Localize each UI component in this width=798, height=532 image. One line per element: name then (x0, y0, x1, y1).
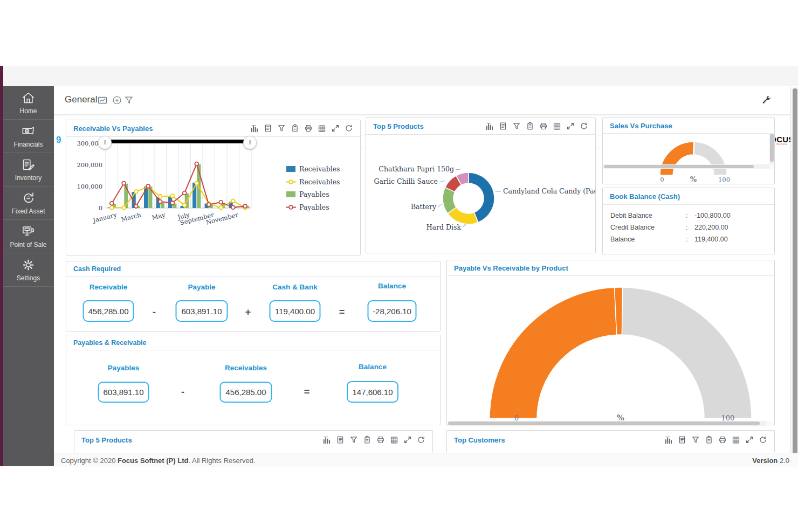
field-label: Balance (359, 363, 387, 371)
panel-title: Payables & Receivable (73, 339, 147, 347)
print-icon[interactable] (376, 436, 385, 444)
settings-tools-icon[interactable] (761, 95, 772, 106)
panel-top-customers: Top Customers (446, 430, 775, 453)
svg-text:Payables: Payables (299, 190, 329, 198)
sidebar-item-point-of-sale[interactable]: Point of Sale (0, 220, 54, 253)
svg-text:Garlic Chilli Sauce: Garlic Chilli Sauce (374, 177, 438, 185)
sidebar-item-home[interactable]: Home (0, 86, 54, 120)
svg-text:Candyland Cola Candy (Pack Of: Candyland Cola Candy (Pack Of 35) (503, 187, 595, 195)
expand-icon[interactable] (745, 436, 754, 444)
filter-icon[interactable] (124, 95, 134, 105)
sidebar-item-financials[interactable]: Financials (0, 120, 54, 153)
expand-icon[interactable] (331, 124, 340, 133)
column-chart-icon[interactable] (664, 436, 673, 444)
calendar-icon[interactable] (553, 122, 561, 130)
expand-icon[interactable] (403, 436, 412, 444)
calendar-icon[interactable] (318, 124, 326, 133)
report-icon[interactable] (336, 436, 345, 444)
print-icon[interactable] (718, 436, 727, 444)
sidebar-item-label: Inventory (15, 174, 42, 182)
sidebar-item-settings[interactable]: Settings (0, 253, 54, 287)
book-balance-row: Credit Balance : 220,200.00 (603, 222, 774, 233)
svg-text:200,000: 200,000 (77, 161, 102, 169)
page-title: General (65, 94, 97, 105)
column-chart-icon[interactable] (250, 124, 259, 133)
panel-header: Cash Required (66, 261, 440, 277)
svg-text:Battery: Battery (411, 203, 437, 211)
chart-range-track[interactable] (111, 140, 246, 143)
svg-text:%: % (690, 175, 697, 183)
filter-icon[interactable] (512, 122, 521, 130)
panel-payable-vs-receivable-by-product: Payable Vs Receivable by Product 0%100 (446, 260, 775, 426)
clipboard-icon[interactable] (363, 436, 372, 444)
copyright-text: Copyright © 2020 Focus Softnet (P) Ltd. … (61, 457, 256, 465)
sidebar-item-inventory[interactable]: Inventory (0, 153, 54, 186)
expand-icon[interactable] (566, 122, 575, 130)
range-slider-right-handle[interactable] (243, 136, 257, 149)
panel-header: Receivable Vs Payables (66, 120, 360, 137)
horizontal-scrollbar[interactable] (603, 164, 769, 169)
panel-header: Payable Vs Receivable by Product (447, 260, 774, 276)
row-value: 220,200.00 (694, 224, 728, 231)
point-of-sale-icon (21, 224, 36, 239)
column-chart-icon[interactable] (322, 436, 331, 444)
print-icon[interactable] (539, 122, 548, 130)
column-chart-icon[interactable] (485, 122, 494, 130)
clipboard-icon[interactable] (526, 122, 534, 130)
horizontal-scrollbar[interactable] (448, 421, 774, 426)
field-label: Cash & Bank (272, 283, 317, 291)
sidebar-item-label: Point of Sale (10, 241, 46, 248)
panel-title: Sales Vs Purchase (610, 122, 672, 130)
company-name: Focus Softnet (P) Ltd (118, 457, 188, 465)
row-value: -100,800.00 (694, 212, 731, 219)
panel-header: Top 5 Products (366, 118, 595, 135)
report-icon[interactable] (264, 124, 272, 133)
page-vertical-scrollbar[interactable] (790, 87, 798, 466)
refresh-icon[interactable] (345, 124, 353, 133)
calendar-icon[interactable] (390, 436, 398, 444)
value-box-payables: 603,891.10 (98, 382, 149, 403)
sidebar-accent-strip (0, 66, 3, 466)
vertical-scrollbar[interactable] (769, 133, 774, 164)
field-label: Receivable (90, 283, 128, 291)
report-icon[interactable] (678, 436, 686, 444)
add-widget-icon[interactable] (112, 95, 122, 105)
field-label: Payables (108, 364, 140, 372)
svg-text:100: 100 (718, 176, 730, 183)
report-icon[interactable] (499, 122, 507, 130)
footer: Copyright © 2020 Focus Softnet (P) Ltd. … (54, 453, 798, 467)
filter-icon[interactable] (691, 436, 700, 444)
clipboard-icon[interactable] (705, 436, 713, 444)
brand-number: 9 (56, 135, 61, 146)
clipboard-icon[interactable] (291, 124, 299, 133)
svg-text:0: 0 (514, 414, 519, 421)
value-box-balance: 147,606.10 (347, 381, 398, 403)
filter-icon[interactable] (277, 124, 286, 133)
filter-icon[interactable] (349, 436, 358, 444)
sidebar: Home Financials Inventory Fixed Asset Po… (0, 86, 54, 466)
svg-text:January: January (92, 211, 118, 224)
print-icon[interactable] (304, 124, 313, 133)
calendar-icon[interactable] (732, 436, 740, 444)
operator: + (245, 307, 251, 318)
fixed-asset-icon (21, 191, 36, 205)
range-slider-left-handle[interactable] (98, 136, 112, 149)
book-balance-row: Debit Balance : -100,800.00 (603, 210, 774, 222)
chart-view-icon[interactable] (98, 95, 107, 105)
sales-vs-purchase-gauge: 0%100 (603, 133, 769, 184)
refresh-icon[interactable] (580, 122, 588, 130)
row-separator: : (686, 212, 694, 219)
refresh-icon[interactable] (417, 436, 425, 444)
refresh-icon[interactable] (759, 436, 767, 444)
row-label: Balance (610, 236, 686, 243)
value: -28,206.10 (373, 307, 411, 316)
value: 456,285.00 (225, 388, 266, 397)
panel-header: Book Balance (Cash) (603, 188, 774, 205)
svg-text:May: May (151, 211, 166, 222)
operator: - (153, 307, 156, 318)
focus9-dashboard: FOCUS 9 Go Mikhail FOCUS Solutions that … (0, 0, 798, 532)
panel-title: Top 5 Products (373, 122, 424, 130)
sidebar-item-fixed-asset[interactable]: Fixed Asset (0, 186, 54, 220)
panel-payables-receivable: Payables & Receivable Payables Receivabl… (66, 335, 441, 425)
financials-icon (21, 124, 36, 139)
